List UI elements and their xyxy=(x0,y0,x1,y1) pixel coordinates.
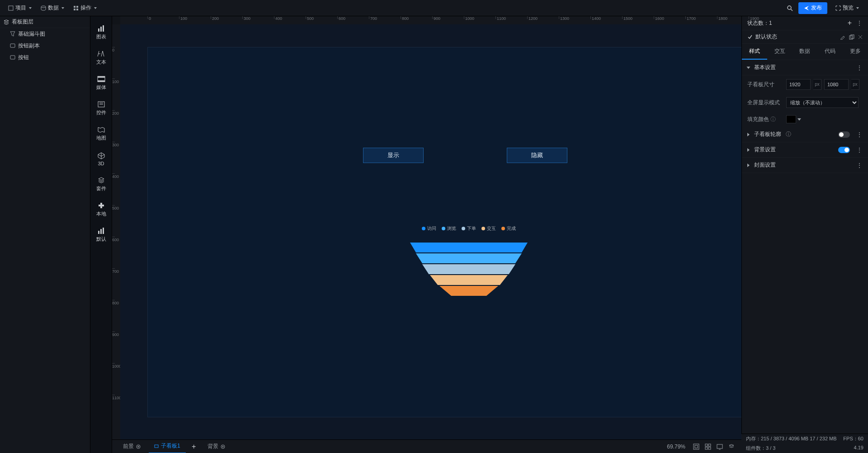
funnel-chart[interactable]: 访问浏览下单交互完成 访问浏览下单交互完成 xyxy=(401,225,537,297)
rail-ctrl[interactable]: 控件 xyxy=(90,96,112,121)
section-background[interactable]: 背景设置 ⋮ xyxy=(742,142,868,158)
canvas-stage[interactable]: 显示 隐藏 访问浏览下单交互完成 访问浏览下单交互完成 xyxy=(120,24,741,439)
rail-kit[interactable]: 套件 xyxy=(90,172,112,197)
grid-icon[interactable] xyxy=(703,442,712,451)
menu-data-label: 数据 xyxy=(48,4,59,12)
ruler-horizontal: 0100200300400500600700800900100011001200… xyxy=(120,16,741,24)
rail-3d[interactable]: 3D xyxy=(90,146,112,172)
legend-item[interactable]: 浏览 xyxy=(442,225,456,232)
legend-item[interactable]: 完成 xyxy=(501,225,516,232)
funnel-segment: 下单 xyxy=(422,264,515,274)
more-icon[interactable]: ⋮ xyxy=(856,162,863,169)
more-icon[interactable]: ⋮ xyxy=(856,146,863,154)
tab-code[interactable]: 代码 xyxy=(817,44,843,60)
height-input[interactable] xyxy=(824,79,849,90)
menu-project[interactable]: 项目 xyxy=(4,2,36,14)
plus-icon: + xyxy=(192,443,196,450)
field-label: 全屏显示模式 xyxy=(747,99,783,107)
outline-toggle[interactable] xyxy=(838,131,850,138)
svg-line-7 xyxy=(791,9,793,11)
tab-subboard[interactable]: 子看板1 xyxy=(149,440,186,453)
more-icon[interactable]: ⋮ xyxy=(856,64,863,71)
svg-rect-11 xyxy=(100,27,102,32)
zoom-level[interactable]: 69.79% xyxy=(667,444,685,450)
fit-icon[interactable] xyxy=(692,442,701,451)
copy-icon[interactable] xyxy=(849,34,854,40)
rail-default[interactable]: 默认 xyxy=(90,222,112,248)
board-button-hide[interactable]: 隐藏 xyxy=(507,148,567,163)
legend-item[interactable]: 交互 xyxy=(481,225,496,232)
chart-legend: 访问浏览下单交互完成 xyxy=(401,225,537,232)
svg-rect-10 xyxy=(98,28,99,32)
section-label: 基本设置 xyxy=(754,64,776,71)
default-state-row[interactable]: 默认状态 xyxy=(742,30,868,44)
tab-more[interactable]: 更多 xyxy=(843,44,868,60)
fullscreen-select[interactable]: 缩放（不滚动） xyxy=(786,97,859,108)
layer-item-button-copy[interactable]: 按钮副本 xyxy=(0,40,90,51)
section-cover[interactable]: 封面设置 ⋮ xyxy=(742,158,868,173)
chevron-down-icon xyxy=(61,7,64,9)
add-tab-button[interactable]: + xyxy=(189,443,199,451)
plus-circle-icon[interactable] xyxy=(136,444,141,449)
rail-media[interactable]: 媒体 xyxy=(90,70,112,96)
rail-label: 控件 xyxy=(96,109,106,116)
layer-item-label: 基础漏斗图 xyxy=(18,30,45,38)
screen-icon[interactable] xyxy=(715,442,724,451)
publish-button[interactable]: 发布 xyxy=(798,2,827,14)
close-icon[interactable] xyxy=(858,35,863,39)
fps-value: 60 xyxy=(858,436,863,441)
layer-item-label: 按钮副本 xyxy=(18,42,40,50)
memory-value: 215 / 3873 / 4096 MB 17 / 232 MB xyxy=(761,436,837,441)
edit-icon[interactable] xyxy=(840,34,845,40)
layer-item-funnel[interactable]: 基础漏斗图 xyxy=(0,28,90,40)
layer-item-button[interactable]: 按钮 xyxy=(0,51,90,63)
tab-foreground[interactable]: 前景 xyxy=(118,440,146,453)
color-swatch[interactable] xyxy=(786,115,796,123)
menu-data[interactable]: 数据 xyxy=(36,2,69,14)
legend-item[interactable]: 访问 xyxy=(422,225,436,232)
funnel-label: 访问 xyxy=(531,244,540,251)
preview-button[interactable]: 预览 xyxy=(830,2,864,14)
legend-item[interactable]: 下单 xyxy=(462,225,476,232)
tab-interact[interactable]: 交互 xyxy=(767,44,793,60)
canvas-area: 0100200300400500600700800900100011001200… xyxy=(112,16,741,453)
layer-panel-header: 看板图层 xyxy=(0,16,90,28)
menu-ops[interactable]: 操作 xyxy=(69,2,101,14)
rail-chart[interactable]: 图表 xyxy=(90,20,112,45)
board-button-show[interactable]: 显示 xyxy=(363,148,424,163)
svg-rect-12 xyxy=(103,25,104,32)
section-outline[interactable]: 子看板轮廓ⓘ ⋮ xyxy=(742,127,868,142)
plus-circle-icon[interactable] xyxy=(221,444,225,449)
add-state-button[interactable]: + xyxy=(848,19,852,27)
state-count-value: 1 xyxy=(769,20,772,26)
tab-data[interactable]: 数据 xyxy=(793,44,818,60)
rail-local[interactable]: 本地 xyxy=(90,197,112,222)
background-toggle[interactable] xyxy=(838,147,850,153)
svg-rect-25 xyxy=(155,445,158,448)
button-label: 显示 xyxy=(387,151,399,159)
footer-stats: 内存：215 / 3873 / 4096 MB 17 / 232 MBFPS：6… xyxy=(741,434,868,453)
funnel-segment: 交互 xyxy=(430,275,508,285)
menu-ops-label: 操作 xyxy=(80,4,91,12)
rail-label: 图表 xyxy=(96,33,106,40)
layer-panel: 看板图层 基础漏斗图 按钮副本 按钮 xyxy=(0,16,90,453)
tab-style[interactable]: 样式 xyxy=(742,44,767,60)
layer-toggle-icon[interactable] xyxy=(727,442,736,451)
unit-label: px xyxy=(813,79,821,90)
section-basic-settings[interactable]: 基本设置 ⋮ xyxy=(742,60,868,75)
tab-background[interactable]: 背景 xyxy=(202,440,231,453)
board-icon xyxy=(154,444,159,448)
width-input[interactable] xyxy=(786,79,811,90)
layers-icon xyxy=(4,19,9,25)
button-icon xyxy=(10,55,15,60)
sub-board[interactable]: 显示 隐藏 访问浏览下单交互完成 访问浏览下单交互完成 xyxy=(147,47,741,417)
rail-map[interactable]: 地图 xyxy=(90,121,112,146)
unit-label: px xyxy=(851,79,859,90)
search-button[interactable] xyxy=(784,2,796,14)
chevron-down-icon xyxy=(747,66,750,69)
more-icon[interactable]: ⋮ xyxy=(856,131,863,138)
more-icon[interactable]: ⋮ xyxy=(856,19,863,27)
svg-rect-8 xyxy=(10,44,15,47)
rail-text[interactable]: 文本 xyxy=(90,45,112,70)
svg-rect-0 xyxy=(9,6,13,10)
